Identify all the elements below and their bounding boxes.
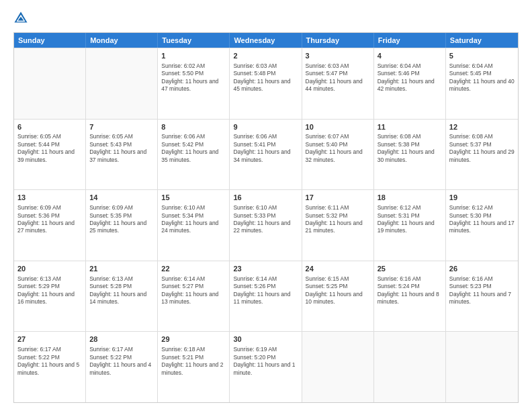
day-detail: Sunrise: 6:06 AM Sunset: 5:41 PM Dayligh… [233, 133, 298, 164]
calendar-cell: 13Sunrise: 6:09 AM Sunset: 5:36 PM Dayli… [14, 190, 86, 261]
day-detail: Sunrise: 6:03 AM Sunset: 5:48 PM Dayligh… [233, 62, 298, 93]
calendar-cell: 23Sunrise: 6:14 AM Sunset: 5:26 PM Dayli… [230, 261, 302, 332]
calendar-body: 1Sunrise: 6:02 AM Sunset: 5:50 PM Daylig… [14, 48, 518, 402]
day-number: 16 [233, 193, 298, 203]
header [13, 11, 519, 26]
day-detail: Sunrise: 6:14 AM Sunset: 5:27 PM Dayligh… [161, 275, 226, 306]
calendar-cell: 14Sunrise: 6:09 AM Sunset: 5:35 PM Dayli… [86, 190, 158, 261]
day-detail: Sunrise: 6:10 AM Sunset: 5:34 PM Dayligh… [161, 204, 226, 235]
weekday-header-tuesday: Tuesday [158, 33, 230, 48]
day-number: 3 [306, 51, 370, 61]
day-detail: Sunrise: 6:16 AM Sunset: 5:24 PM Dayligh… [378, 275, 442, 306]
day-number: 21 [89, 264, 154, 274]
calendar-row-5: 27Sunrise: 6:17 AM Sunset: 5:22 PM Dayli… [14, 331, 518, 402]
day-detail: Sunrise: 6:11 AM Sunset: 5:32 PM Dayligh… [306, 204, 370, 235]
day-detail: Sunrise: 6:05 AM Sunset: 5:43 PM Dayligh… [89, 133, 154, 164]
day-number: 1 [161, 51, 226, 61]
weekday-header-friday: Friday [374, 33, 446, 48]
day-detail: Sunrise: 6:15 AM Sunset: 5:25 PM Dayligh… [306, 275, 370, 306]
day-detail: Sunrise: 6:04 AM Sunset: 5:46 PM Dayligh… [378, 62, 442, 93]
day-detail: Sunrise: 6:06 AM Sunset: 5:42 PM Dayligh… [161, 133, 226, 164]
day-detail: Sunrise: 6:04 AM Sunset: 5:45 PM Dayligh… [449, 62, 515, 93]
calendar-cell: 30Sunrise: 6:19 AM Sunset: 5:20 PM Dayli… [230, 332, 302, 402]
day-number: 28 [89, 334, 154, 345]
calendar-cell: 9Sunrise: 6:06 AM Sunset: 5:41 PM Daylig… [230, 120, 302, 190]
calendar-cell: 21Sunrise: 6:13 AM Sunset: 5:28 PM Dayli… [86, 261, 158, 332]
day-number: 11 [378, 122, 442, 132]
calendar-cell [446, 332, 518, 402]
calendar-cell: 6Sunrise: 6:05 AM Sunset: 5:44 PM Daylig… [14, 120, 86, 190]
day-number: 22 [161, 264, 226, 274]
day-number: 7 [89, 122, 154, 132]
calendar-cell: 15Sunrise: 6:10 AM Sunset: 5:34 PM Dayli… [158, 190, 230, 261]
calendar-cell [374, 332, 446, 402]
day-detail: Sunrise: 6:14 AM Sunset: 5:26 PM Dayligh… [233, 275, 298, 306]
calendar-cell: 10Sunrise: 6:07 AM Sunset: 5:40 PM Dayli… [302, 120, 374, 190]
logo-icon [13, 11, 28, 26]
calendar-cell: 22Sunrise: 6:14 AM Sunset: 5:27 PM Dayli… [158, 261, 230, 332]
day-number: 2 [233, 51, 298, 61]
calendar-cell [86, 48, 158, 119]
day-detail: Sunrise: 6:16 AM Sunset: 5:23 PM Dayligh… [449, 275, 515, 306]
calendar-row-2: 6Sunrise: 6:05 AM Sunset: 5:44 PM Daylig… [14, 119, 518, 190]
day-number: 20 [17, 264, 82, 274]
logo [13, 11, 31, 26]
day-number: 14 [89, 193, 154, 203]
day-detail: Sunrise: 6:08 AM Sunset: 5:37 PM Dayligh… [449, 133, 515, 164]
calendar-cell: 18Sunrise: 6:12 AM Sunset: 5:31 PM Dayli… [374, 190, 446, 261]
calendar-cell: 25Sunrise: 6:16 AM Sunset: 5:24 PM Dayli… [374, 261, 446, 332]
day-number: 17 [306, 193, 370, 203]
calendar-cell: 27Sunrise: 6:17 AM Sunset: 5:22 PM Dayli… [14, 332, 86, 402]
calendar-cell: 7Sunrise: 6:05 AM Sunset: 5:43 PM Daylig… [86, 120, 158, 190]
day-number: 26 [449, 264, 515, 274]
day-number: 6 [17, 122, 82, 132]
calendar-header: SundayMondayTuesdayWednesdayThursdayFrid… [14, 33, 518, 48]
day-number: 18 [378, 193, 442, 203]
calendar-cell: 5Sunrise: 6:04 AM Sunset: 5:45 PM Daylig… [446, 48, 518, 119]
weekday-header-monday: Monday [86, 33, 158, 48]
day-number: 8 [161, 122, 226, 132]
calendar-cell: 11Sunrise: 6:08 AM Sunset: 5:38 PM Dayli… [374, 120, 446, 190]
weekday-header-thursday: Thursday [302, 33, 374, 48]
day-detail: Sunrise: 6:13 AM Sunset: 5:29 PM Dayligh… [17, 275, 82, 306]
day-detail: Sunrise: 6:18 AM Sunset: 5:21 PM Dayligh… [161, 346, 226, 377]
weekday-header-sunday: Sunday [14, 33, 86, 48]
day-detail: Sunrise: 6:13 AM Sunset: 5:28 PM Dayligh… [89, 275, 154, 306]
calendar-cell: 17Sunrise: 6:11 AM Sunset: 5:32 PM Dayli… [302, 190, 374, 261]
day-number: 13 [17, 193, 82, 203]
day-detail: Sunrise: 6:08 AM Sunset: 5:38 PM Dayligh… [378, 133, 442, 164]
calendar-cell: 8Sunrise: 6:06 AM Sunset: 5:42 PM Daylig… [158, 120, 230, 190]
calendar-row-1: 1Sunrise: 6:02 AM Sunset: 5:50 PM Daylig… [14, 48, 518, 119]
day-number: 24 [306, 264, 370, 274]
calendar-cell: 20Sunrise: 6:13 AM Sunset: 5:29 PM Dayli… [14, 261, 86, 332]
day-number: 10 [306, 122, 370, 132]
weekday-header-saturday: Saturday [446, 33, 518, 48]
day-number: 25 [378, 264, 442, 274]
day-number: 27 [17, 334, 82, 345]
day-number: 30 [233, 334, 298, 345]
day-number: 29 [161, 334, 226, 345]
day-number: 4 [378, 51, 442, 61]
day-number: 15 [161, 193, 226, 203]
day-number: 19 [449, 193, 515, 203]
calendar-row-4: 20Sunrise: 6:13 AM Sunset: 5:29 PM Dayli… [14, 261, 518, 332]
day-detail: Sunrise: 6:05 AM Sunset: 5:44 PM Dayligh… [17, 133, 82, 164]
day-detail: Sunrise: 6:03 AM Sunset: 5:47 PM Dayligh… [306, 62, 370, 93]
day-detail: Sunrise: 6:17 AM Sunset: 5:22 PM Dayligh… [17, 346, 82, 377]
day-detail: Sunrise: 6:09 AM Sunset: 5:36 PM Dayligh… [17, 204, 82, 235]
calendar-cell: 2Sunrise: 6:03 AM Sunset: 5:48 PM Daylig… [230, 48, 302, 119]
day-detail: Sunrise: 6:02 AM Sunset: 5:50 PM Dayligh… [161, 62, 226, 93]
day-detail: Sunrise: 6:07 AM Sunset: 5:40 PM Dayligh… [306, 133, 370, 164]
day-number: 12 [449, 122, 515, 132]
calendar-cell: 16Sunrise: 6:10 AM Sunset: 5:33 PM Dayli… [230, 190, 302, 261]
calendar-cell [302, 332, 374, 402]
day-detail: Sunrise: 6:17 AM Sunset: 5:22 PM Dayligh… [89, 346, 154, 377]
calendar-cell: 12Sunrise: 6:08 AM Sunset: 5:37 PM Dayli… [446, 120, 518, 190]
day-detail: Sunrise: 6:19 AM Sunset: 5:20 PM Dayligh… [233, 346, 298, 377]
calendar-cell: 19Sunrise: 6:12 AM Sunset: 5:30 PM Dayli… [446, 190, 518, 261]
calendar-cell: 28Sunrise: 6:17 AM Sunset: 5:22 PM Dayli… [86, 332, 158, 402]
day-detail: Sunrise: 6:12 AM Sunset: 5:31 PM Dayligh… [378, 204, 442, 235]
calendar-cell [14, 48, 86, 119]
calendar: SundayMondayTuesdayWednesdayThursdayFrid… [13, 32, 519, 403]
calendar-cell: 4Sunrise: 6:04 AM Sunset: 5:46 PM Daylig… [374, 48, 446, 119]
